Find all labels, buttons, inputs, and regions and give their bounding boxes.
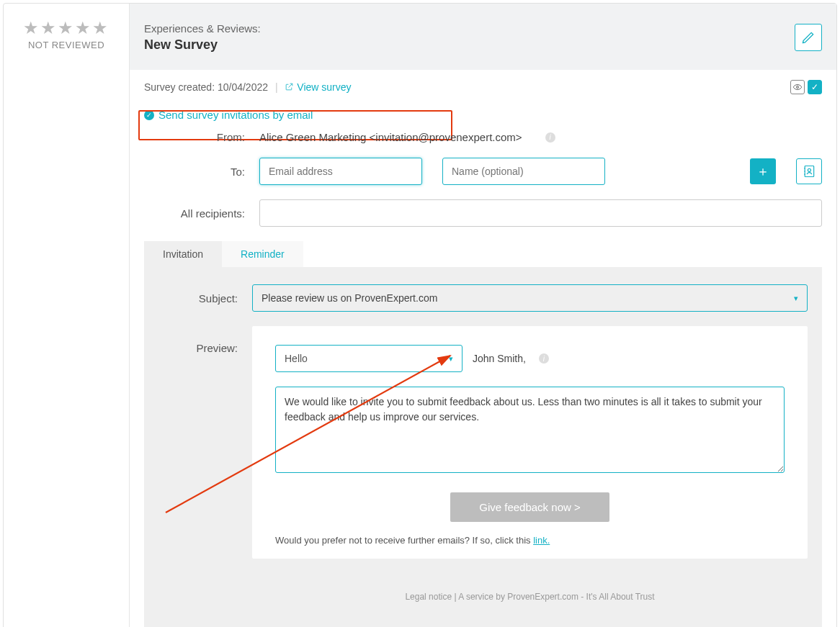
- header-subtitle: Experiences & Reviews:: [144, 22, 261, 35]
- view-survey-link[interactable]: View survey: [285, 81, 351, 93]
- email-input[interactable]: [259, 158, 422, 185]
- preview-label: Preview:: [158, 326, 252, 354]
- rating-stars: ★★★★★: [11, 18, 122, 38]
- chevron-down-icon: ▾: [794, 294, 798, 303]
- give-feedback-button-preview: Give feedback now >: [450, 492, 609, 522]
- survey-created-label: Survey created: 10/04/2022: [144, 81, 268, 93]
- pencil-icon: [801, 30, 816, 45]
- contacts-button[interactable]: [796, 158, 822, 184]
- tab-invitation[interactable]: Invitation: [144, 241, 222, 267]
- tab-reminder[interactable]: Reminder: [222, 241, 303, 267]
- external-link-icon: [285, 82, 294, 91]
- eye-icon: [792, 82, 803, 92]
- add-recipient-button[interactable]: ＋: [750, 158, 776, 184]
- recipients-input[interactable]: [259, 199, 822, 227]
- edit-survey-button[interactable]: [795, 24, 822, 51]
- svg-point-2: [808, 168, 810, 171]
- unsubscribe-text: Would you prefer not to receive further …: [275, 535, 785, 546]
- recipients-label: All recipients:: [144, 207, 259, 220]
- visibility-toggle[interactable]: [790, 80, 805, 94]
- greeting-select[interactable]: Hello ▾: [275, 345, 463, 372]
- svg-point-0: [797, 86, 799, 89]
- from-value: Alice Green Marketing <invitation@proven…: [259, 131, 522, 143]
- divider: |: [275, 81, 278, 93]
- info-icon[interactable]: i: [539, 353, 549, 364]
- subject-select[interactable]: Please review us on ProvenExpert.com ▾: [252, 284, 808, 312]
- check-circle-icon: ✓: [144, 110, 154, 120]
- subject-label: Subject:: [158, 292, 252, 305]
- address-book-icon: [802, 164, 816, 179]
- email-preview-card: Hello ▾ John Smith, i Give feedback now …: [252, 326, 808, 559]
- info-icon[interactable]: i: [545, 132, 555, 143]
- to-label: To:: [144, 166, 259, 178]
- email-body-textarea[interactable]: [275, 387, 785, 473]
- legal-footer: Legal notice | A service by ProvenExpert…: [252, 592, 808, 602]
- not-reviewed-label: NOT REVIEWED: [11, 40, 122, 50]
- send-invitations-link[interactable]: Send survey invitations by email: [158, 109, 313, 121]
- greeting-recipient-name: John Smith,: [473, 353, 526, 364]
- status-badge-active[interactable]: ✓: [808, 80, 822, 94]
- name-input[interactable]: [442, 158, 605, 185]
- unsubscribe-link[interactable]: link.: [533, 535, 550, 546]
- header-title: New Survey: [144, 37, 261, 53]
- from-label: From:: [144, 131, 259, 143]
- chevron-down-icon: ▾: [449, 354, 453, 364]
